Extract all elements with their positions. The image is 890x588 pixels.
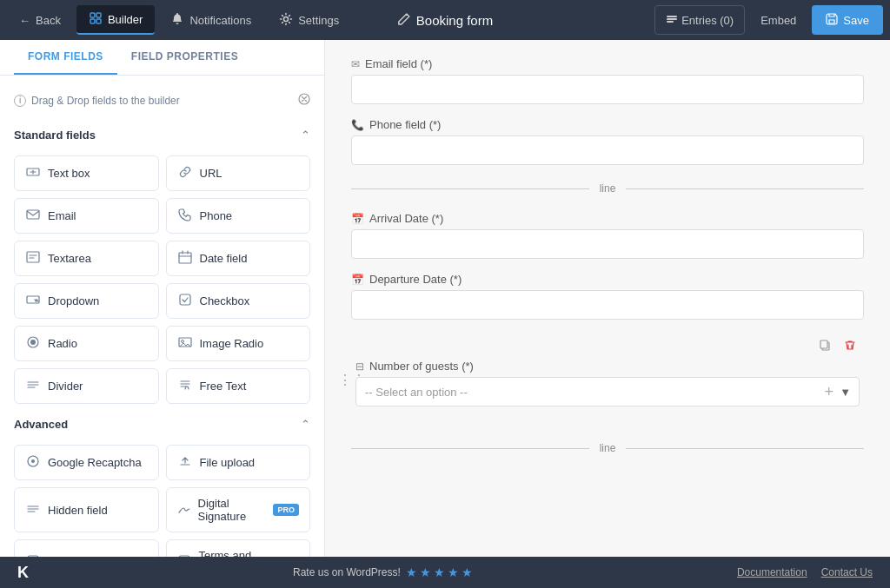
guests-select-wrap: -- Select an option -- ▼ +: [355, 377, 860, 406]
departure-icon: 📅: [351, 274, 364, 286]
guests-field-wrap: ⋮⋮ ⊟ Number of guests (*) -- Select an o…: [351, 334, 864, 425]
field-file-upload[interactable]: File upload: [166, 445, 311, 480]
field-phone[interactable]: Phone: [166, 198, 311, 234]
field-dropdown[interactable]: Dropdown: [14, 283, 159, 319]
field-terms-conditions[interactable]: Terms and conditions: [166, 539, 311, 557]
arrival-label: 📅 Arrival Date (*): [351, 212, 864, 225]
info-icon: i: [14, 95, 26, 107]
email-field-label: ✉ Email field (*): [351, 57, 864, 70]
field-url[interactable]: URL: [166, 155, 311, 191]
svg-rect-20: [28, 556, 38, 558]
field-date-field[interactable]: Date field: [166, 241, 311, 276]
sidebar: Form Fields Field Properties i Drag & Dr…: [0, 40, 325, 557]
form-canvas: ✉ Email field (*) 📞 Phone field (*) line…: [325, 40, 890, 557]
svg-point-18: [181, 340, 183, 343]
form-email-group: ✉ Email field (*): [351, 57, 864, 104]
dnd-close-icon[interactable]: [298, 93, 310, 108]
star-4[interactable]: ★: [448, 565, 459, 579]
form-arrival-group: 📅 Arrival Date (*): [351, 212, 864, 259]
field-digital-signature[interactable]: Digital Signature PRO: [166, 487, 311, 532]
field-divider[interactable]: Divider: [14, 368, 159, 404]
svg-rect-1: [96, 13, 101, 17]
field-text-box[interactable]: Text box: [14, 155, 159, 191]
form-divider-2: line: [351, 442, 864, 454]
svg-rect-10: [27, 210, 39, 219]
field-gdpr[interactable]: GDPR: [14, 539, 159, 557]
footer: K Rate us on WordPress! ★ ★ ★ ★ ★ Docume…: [0, 557, 890, 588]
textarea-icon: [25, 250, 41, 267]
hidden-field-icon: [25, 502, 41, 519]
dropdown-icon: [25, 293, 41, 309]
field-checkbox[interactable]: Checkbox: [166, 283, 311, 319]
field-radio[interactable]: Radio: [14, 326, 159, 361]
copy-field-button[interactable]: [816, 338, 835, 356]
field-textarea[interactable]: Textarea: [14, 241, 159, 276]
divider-line-left: [351, 188, 589, 189]
embed-button[interactable]: Embed: [748, 5, 808, 35]
builder-icon: [89, 11, 103, 28]
form-guests-group: ⊟ Number of guests (*) -- Select an opti…: [355, 360, 860, 406]
radio-icon: [25, 335, 41, 352]
terms-icon: [177, 554, 192, 558]
email-field-input[interactable]: [351, 75, 864, 104]
delete-field-button[interactable]: [840, 338, 860, 356]
field-image-radio[interactable]: Image Radio: [166, 326, 311, 361]
svg-rect-7: [667, 21, 674, 23]
divider-icon: [25, 378, 41, 394]
field-email[interactable]: Email: [14, 198, 159, 234]
advanced-fields-header: Advanced ⌃: [14, 411, 310, 438]
svg-rect-0: [90, 13, 95, 17]
phone-field-input[interactable]: [351, 135, 864, 165]
documentation-link[interactable]: Documentation: [737, 566, 807, 578]
svg-rect-2: [90, 19, 95, 23]
departure-label: 📅 Departure Date (*): [351, 273, 864, 286]
arrival-icon: 📅: [351, 213, 364, 225]
url-icon: [177, 165, 193, 182]
star-1[interactable]: ★: [406, 565, 417, 579]
file-upload-icon: [177, 454, 193, 471]
star-3[interactable]: ★: [434, 565, 445, 579]
notifications-button[interactable]: Notifications: [158, 5, 263, 35]
entries-button[interactable]: Entries (0): [654, 5, 745, 35]
settings-icon: [279, 12, 293, 29]
contact-link[interactable]: Contact Us: [821, 566, 873, 578]
digital-sig-icon: [177, 502, 191, 519]
advanced-fields-toggle[interactable]: ⌃: [301, 418, 310, 431]
dnd-hint: i Drag & Drop fields to the builder: [14, 86, 310, 115]
star-2[interactable]: ★: [420, 565, 431, 579]
footer-links: Documentation Contact Us: [737, 566, 873, 578]
tab-field-properties[interactable]: Field Properties: [117, 40, 252, 75]
brand-logo: K: [17, 564, 29, 582]
field-hidden-field[interactable]: Hidden field: [14, 487, 159, 532]
standard-fields-toggle[interactable]: ⌃: [301, 129, 310, 142]
svg-rect-23: [820, 340, 827, 348]
phone-field-label: 📞 Phone field (*): [351, 118, 864, 131]
star-rating: ★ ★ ★ ★ ★: [406, 565, 473, 579]
guests-select[interactable]: -- Select an option --: [355, 377, 860, 406]
field-free-text[interactable]: Free Text: [166, 368, 311, 404]
field-google-recaptcha[interactable]: Google Recaptcha: [14, 445, 159, 480]
free-text-icon: [177, 378, 193, 394]
pro-badge: PRO: [273, 504, 299, 516]
date-icon: [177, 250, 193, 267]
builder-tab[interactable]: Builder: [76, 5, 155, 35]
svg-rect-14: [180, 294, 190, 305]
svg-rect-21: [179, 556, 189, 558]
phone-label-icon: 📞: [351, 119, 364, 131]
sidebar-tabs: Form Fields Field Properties: [0, 40, 324, 76]
departure-date-input[interactable]: [351, 290, 864, 320]
add-option-icon[interactable]: +: [824, 383, 834, 401]
divider-line-right: [626, 188, 864, 189]
main-layout: Form Fields Field Properties i Drag & Dr…: [0, 40, 890, 557]
arrival-date-input[interactable]: [351, 229, 864, 259]
settings-button[interactable]: Settings: [267, 5, 351, 35]
edit-icon: [397, 12, 411, 29]
advanced-fields-grid: Google Recaptcha File upload Hidden fiel…: [14, 445, 310, 557]
star-5[interactable]: ★: [462, 565, 473, 579]
divider-label: line: [600, 182, 616, 195]
recaptcha-icon: [25, 454, 41, 471]
back-icon: ←: [19, 14, 30, 27]
save-button[interactable]: Save: [812, 5, 883, 35]
back-button[interactable]: ← Back: [7, 5, 73, 35]
tab-form-fields[interactable]: Form Fields: [14, 40, 117, 75]
